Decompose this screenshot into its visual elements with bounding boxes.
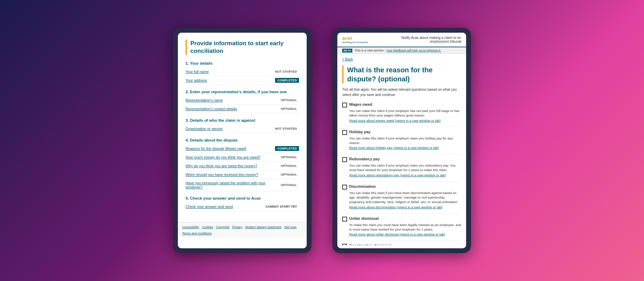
footer-site-map[interactable]: Site map: [284, 225, 297, 229]
task-row: Your address COMPLETED: [186, 76, 299, 85]
section-5: 5. Check your answer and send to Acas Ch…: [186, 196, 299, 211]
checkbox-input-discrimination[interactable]: [342, 185, 347, 190]
checkbox-input-unfair[interactable]: [342, 217, 347, 222]
right-tablet: acas working for everyone Notify Acas ab…: [332, 28, 471, 253]
checkbox-redundancy-pay: Redundancy pay You can make this claim i…: [342, 157, 461, 177]
task-row: Your full name NOT STARTED: [186, 67, 299, 76]
section-4-heading: 4. Details about the dispute: [186, 138, 299, 142]
footer-terms[interactable]: Terms and conditions: [182, 232, 212, 235]
footer-cookies[interactable]: Cookies: [202, 225, 213, 229]
checkbox-label-discrimination: Discrimination: [349, 184, 376, 188]
how-much-money-link[interactable]: How much money do you think you are owed…: [186, 155, 260, 159]
acas-tagline: working for everyone: [342, 41, 368, 44]
checkbox-label-wages: Wages owed: [349, 102, 372, 106]
section-2-heading: 2. Enter your representative's details, …: [186, 90, 299, 94]
when-received-link[interactable]: When should you have received this money…: [186, 172, 258, 177]
checkbox-row: Discrimination: [342, 184, 461, 190]
read-more-wages[interactable]: Read more about wages owed (opens in a n…: [349, 119, 461, 122]
read-more-unfair[interactable]: Read more about unfair dismissal (opens …: [349, 232, 461, 236]
checkbox-row: Unfair dismissal: [342, 216, 461, 222]
status-badge-optional: OPTIONAL: [279, 98, 299, 103]
task-row: Representative's contact details OPTIONA…: [186, 105, 299, 113]
checkbox-input-wages[interactable]: [342, 103, 347, 107]
footer-privacy[interactable]: Privacy: [232, 225, 243, 229]
org-person-link[interactable]: Organisation or person: [186, 127, 223, 131]
status-badge-optional: OPTIONAL: [279, 106, 299, 111]
checkbox-holiday-pay: Holiday pay You can make this claim if y…: [342, 130, 461, 150]
footer-modern-slavery[interactable]: Modern slavery statement: [245, 225, 282, 229]
task-row: Check your answer and send CANNOT START …: [186, 202, 299, 211]
beta-tag: BETA: [342, 49, 352, 53]
beta-text: This is a new service -: [355, 49, 386, 52]
checkbox-desc-holiday: You can make this claim if your employer…: [349, 136, 461, 145]
read-more-discrimination[interactable]: Read more about discrimination (opens in…: [349, 205, 461, 209]
section-3: 3. Details of who the claim is against O…: [186, 118, 299, 133]
acas-logo: acas working for everyone: [342, 35, 368, 44]
task-row: Reasons for the dispute Wages owed COMPL…: [186, 144, 299, 153]
status-badge-cannot: CANNOT START YET: [264, 204, 299, 209]
footer-copyright[interactable]: Copyright: [216, 225, 230, 229]
status-badge-optional: OPTIONAL: [279, 155, 299, 160]
nav-text: Notify Acas about making a claim to an e…: [392, 36, 461, 43]
left-content: Provide information to start early conci…: [178, 33, 307, 222]
acas-logo-text: acas: [342, 35, 352, 41]
section-5-heading: 5. Check your answer and send to Acas: [186, 196, 299, 200]
status-badge-optional: OPTIONAL: [279, 172, 299, 177]
right-title: What is the reason for the dispute? (opt…: [342, 65, 461, 83]
right-content: < Back What is the reason for the disput…: [337, 54, 466, 245]
rep-name-link[interactable]: Representative's name: [186, 98, 223, 102]
checkbox-desc-redundancy: You can make this claim if your employer…: [349, 163, 461, 172]
why-owed-link[interactable]: Why do you think you are owed this money…: [186, 164, 257, 168]
checkbox-input-redundancy[interactable]: [342, 157, 347, 162]
left-tablet-screen: Provide information to start early conci…: [178, 33, 307, 248]
status-badge-not-started: NOT STARTED: [273, 69, 299, 74]
divider: [342, 181, 461, 182]
rep-contact-link[interactable]: Representative's contact details: [186, 107, 237, 111]
status-badge-not-started: NOT STARTED: [273, 126, 299, 131]
left-tablet: Provide information to start early conci…: [173, 28, 312, 253]
read-more-holiday[interactable]: Read more about holiday pay (opens in a …: [349, 146, 461, 150]
read-more-redundancy[interactable]: Read more about redundancy pay (opens in…: [349, 173, 461, 177]
task-row: How much money do you think you are owed…: [186, 153, 299, 162]
task-row: Representative's name OPTIONAL: [186, 96, 299, 105]
status-badge-completed: COMPLETED: [275, 146, 299, 151]
left-title: Provide information to start early conci…: [186, 40, 299, 55]
task-row: Have you previously raised the problem w…: [186, 179, 299, 191]
right-tablet-screen: acas working for everyone Notify Acas ab…: [337, 33, 466, 248]
checkbox-desc-unfair: To make this claim you must have been le…: [349, 223, 461, 232]
checkbox-desc-discrimination: You can make this claim if you have been…: [349, 191, 461, 204]
checkbox-desc-wages: You can make this claim if your employer…: [349, 109, 461, 118]
divider: [342, 213, 461, 214]
checkbox-label-unfair: Unfair dismissal: [349, 216, 379, 220]
task-row: Organisation or person NOT STARTED: [186, 125, 299, 133]
checkbox-input-constructive[interactable]: [342, 244, 347, 245]
section-4: 4. Details about the dispute Reasons for…: [186, 138, 299, 191]
checkbox-label-constructive: Constructive dismissal: [349, 243, 391, 245]
checkbox-input-holiday[interactable]: [342, 130, 347, 135]
task-row: Why do you think you are owed this money…: [186, 162, 299, 170]
right-header: acas working for everyone Notify Acas ab…: [337, 33, 466, 47]
beta-feedback-link[interactable]: your feedback will help us to improve it…: [386, 49, 441, 52]
beta-banner: BETA This is a new service - your feedba…: [337, 47, 466, 54]
checkbox-unfair-dismissal: Unfair dismissal To make this claim you …: [342, 216, 461, 236]
left-footer: Accessibility Cookies Copyright Privacy …: [178, 222, 307, 238]
tablets-container: Provide information to start early conci…: [173, 28, 471, 253]
footer-accessibility[interactable]: Accessibility: [182, 225, 199, 229]
checkbox-row: Redundancy pay: [342, 157, 461, 162]
divider: [342, 127, 461, 127]
your-address-link[interactable]: Your address: [186, 78, 207, 82]
status-badge-optional: OPTIONAL: [279, 183, 299, 187]
checkbox-row: Wages owed: [342, 102, 461, 107]
divider: [342, 154, 461, 154]
checkbox-row: Holiday pay: [342, 130, 461, 135]
task-row: When should you have received this money…: [186, 170, 299, 179]
raised-problem-link[interactable]: Have you previously raised the problem w…: [186, 181, 279, 189]
divider: [342, 240, 461, 241]
reasons-dispute-link[interactable]: Reasons for the dispute Wages owed: [186, 146, 246, 151]
status-badge-completed: COMPLETED: [275, 78, 299, 83]
checkbox-constructive-dismissal: Constructive dismissal: [342, 243, 461, 245]
your-full-name-link[interactable]: Your full name: [186, 70, 209, 74]
check-answer-link[interactable]: Check your answer and send: [186, 204, 233, 209]
status-badge-optional: OPTIONAL: [279, 163, 299, 168]
back-link[interactable]: < Back: [342, 57, 461, 61]
